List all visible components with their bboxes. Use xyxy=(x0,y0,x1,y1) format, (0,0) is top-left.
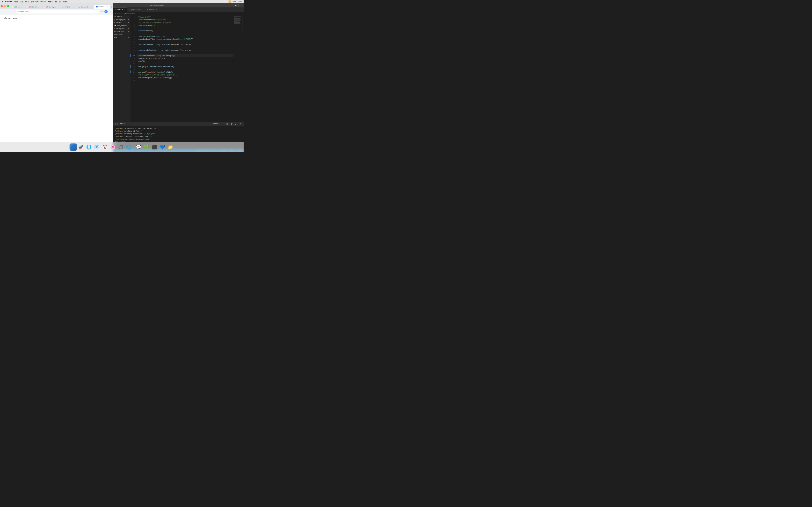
minimap xyxy=(234,15,242,122)
scrollbar-thumb[interactable] xyxy=(243,17,243,32)
terminal-up-button[interactable]: ∧ xyxy=(235,122,238,125)
vscode-split-icon[interactable]: ⊟ xyxy=(238,4,239,6)
chrome-tab-2[interactable]: 🐙 #2.5 ES6 on... ✕ xyxy=(27,5,44,9)
chrome-icon: 🌐 xyxy=(126,145,132,150)
menu-window[interactable]: 창 xyxy=(59,0,61,3)
chrome-tab-6[interactable]: 🔵 localhost:4... ✕ xyxy=(94,5,110,9)
breadcrumb-file[interactable]: index.js xyxy=(117,13,122,15)
chrome-tab-3[interactable]: 🐙 #2.6 Expres... ✕ xyxy=(44,5,61,9)
code-line-6: const PORT = 4000; xyxy=(137,30,234,32)
dock-separator xyxy=(134,145,134,150)
tab-close-1[interactable]: ✕ xyxy=(24,6,26,8)
code-editor[interactable]: 1 2 3 4 5 6 7 8 9 10 11 12 13 14 15 16 1… xyxy=(131,15,244,122)
menu-file[interactable]: 파일 xyxy=(14,0,18,3)
terminal-trash-button[interactable]: 🗑 xyxy=(230,122,233,125)
chrome-tab-1[interactable]: 📄 #2.5 ES6 on... ✕ xyxy=(10,5,27,9)
safari-icon: 🌐 xyxy=(86,145,92,150)
sidebar-item-nodemodules[interactable]: 📁 node_modules xyxy=(113,24,131,27)
dock-kakao[interactable]: 💬 xyxy=(135,144,142,151)
code-line-8: const handleListening = () => xyxy=(137,35,234,38)
back-button[interactable]: ← xyxy=(1,10,5,13)
breadcrumb-sep: › xyxy=(122,13,123,15)
menu-edit[interactable]: 수정 xyxy=(19,0,23,3)
terminal-split-button[interactable]: ⊟ xyxy=(226,122,229,125)
apple-menu[interactable]: ⌘ xyxy=(1,0,3,3)
dock-finder[interactable]: 🔵 xyxy=(69,144,77,151)
finder2-icon: 📁 xyxy=(168,145,173,150)
tab-favicon-4: ▶ xyxy=(63,6,64,8)
bookmark-icon[interactable]: ☆ xyxy=(100,10,103,13)
terminal-chevron-icon[interactable]: ∨ xyxy=(219,123,220,125)
terminal-selector: 1: node ∨ + ⊟ 🗑 ∧ ✕ xyxy=(212,122,242,125)
sidebar-item-packagelock[interactable]: {} package-lock.json M xyxy=(113,27,131,30)
dock-wechat[interactable]: 💚 xyxy=(143,144,150,151)
maximize-button[interactable] xyxy=(7,5,9,7)
tab-label-5: Express 미들... xyxy=(81,6,90,8)
minimize-button[interactable] xyxy=(4,5,6,7)
dock-finder2[interactable]: 📁 xyxy=(167,144,174,151)
chrome-tab-5[interactable]: ex Express 미들... ✕ xyxy=(77,5,94,9)
sidebar-item-indexjs[interactable]: JS index.js xyxy=(113,15,131,18)
tab-js-icon: JS xyxy=(115,9,116,11)
menu-view[interactable]: 보기 xyxy=(25,0,29,3)
menu-icon[interactable]: ⋮ xyxy=(109,10,112,13)
dock-photos[interactable]: 🌸 xyxy=(109,144,117,151)
tab-close-2[interactable]: ✕ xyxy=(41,6,43,8)
tab-label-6: localhost:4... xyxy=(98,6,106,8)
menu-tab[interactable]: 탭 xyxy=(55,0,57,3)
close-button[interactable] xyxy=(1,5,3,7)
dock-safari[interactable]: 🌐 xyxy=(86,144,93,151)
profile-icon[interactable]: G xyxy=(104,10,108,13)
menu-user[interactable]: 사용자 xyxy=(48,0,53,3)
sidebar-item-packagejson[interactable]: {} package.json M xyxy=(113,18,131,21)
code-line-13: const handleProfile = (req, res) => res.… xyxy=(137,49,234,51)
breadcrumb-function[interactable]: ⬡ betweenHome xyxy=(124,13,135,15)
terminal-tab-terminal[interactable]: 터미널 xyxy=(120,122,125,125)
dock-music[interactable]: 🎵 xyxy=(117,144,125,151)
tab-packagejson-close[interactable]: ✕ xyxy=(142,9,143,11)
new-tab-button[interactable]: + xyxy=(110,5,113,9)
vscode-diff-icon[interactable]: ⇄ xyxy=(235,4,236,6)
terminal-tab-more[interactable]: ... xyxy=(127,123,129,125)
dock-mail[interactable]: 📧 xyxy=(94,144,101,151)
sidebar-item-package2[interactable]: package.json M xyxy=(113,30,131,33)
sidebar-item-und[interactable]: und M xyxy=(113,36,131,39)
tab-label-3: #2.6 Expres... xyxy=(49,6,57,8)
tab-close-5[interactable]: ✕ xyxy=(91,6,93,8)
sidebar-item-nodemod2[interactable]: node_mod... xyxy=(113,33,131,36)
code-content[interactable]: //import 하기 import express from "express… xyxy=(137,15,234,122)
address-bar: ← → ↻ localhost:4000 ☆ G ⋮ xyxy=(0,9,113,15)
tab-close-4[interactable]: ✕ xyxy=(73,6,75,8)
menu-bookmarks[interactable]: 북마크 xyxy=(40,0,46,3)
vscode-more-icon[interactable]: ⋯ xyxy=(241,4,242,6)
menu-help[interactable]: 도움말 xyxy=(62,0,68,3)
menu-history[interactable]: 방문 기록 xyxy=(31,0,39,3)
url-input[interactable]: localhost:4000 xyxy=(15,10,99,14)
folder-icon: 📁 xyxy=(114,25,116,26)
sidebar-item-babelrc[interactable]: 6 .babelrc M xyxy=(113,21,131,24)
code-line-12 xyxy=(137,46,234,49)
dock-launchpad[interactable]: 🚀 xyxy=(78,144,85,151)
editor-tab-indexjs[interactable]: JS index.js ✕ xyxy=(113,7,128,12)
chrome-tab-4[interactable]: ▶ (4) '앞으로... ✕ xyxy=(61,5,76,9)
tab-close-6[interactable]: ✕ xyxy=(107,6,108,8)
editor-scrollbar[interactable] xyxy=(242,15,244,122)
tab-bar: 📄 #2.5 ES6 on... ✕ 🐙 #2.5 ES6 on... ✕ 🐙 … xyxy=(10,5,113,9)
forward-button[interactable]: → xyxy=(6,10,9,13)
dock-terminal[interactable]: ⬛ xyxy=(151,144,158,151)
tab-close-3[interactable]: ✕ xyxy=(57,6,59,8)
terminal-add-button[interactable]: + xyxy=(221,122,224,125)
tab-indexjs-close[interactable]: ✕ xyxy=(124,9,125,11)
tab-babelrc-close[interactable]: ✕ xyxy=(156,9,157,11)
terminal-close-button[interactable]: ✕ xyxy=(239,122,242,125)
reload-button[interactable]: ↻ xyxy=(11,10,14,13)
dock-calendar[interactable]: 📅 xyxy=(101,144,109,151)
modified-badge-pkg2: M xyxy=(128,31,129,32)
dock-vscode[interactable]: 💙 xyxy=(159,144,166,151)
chrome-window: 📄 #2.5 ES6 on... ✕ 🐙 #2.5 ES6 on... ✕ 🐙 … xyxy=(0,3,113,152)
editor-tab-packagejson[interactable]: {} package.json ✕ xyxy=(128,7,145,12)
terminal-tab-problems[interactable]: 문제 xyxy=(115,123,118,125)
terminal-line-5: "Listening on: http://localhost:4000" xyxy=(115,138,242,140)
editor-tab-babelrc[interactable]: 6 .babelrc ✕ xyxy=(145,7,159,12)
dock-chrome[interactable]: 🌐 xyxy=(125,144,133,151)
